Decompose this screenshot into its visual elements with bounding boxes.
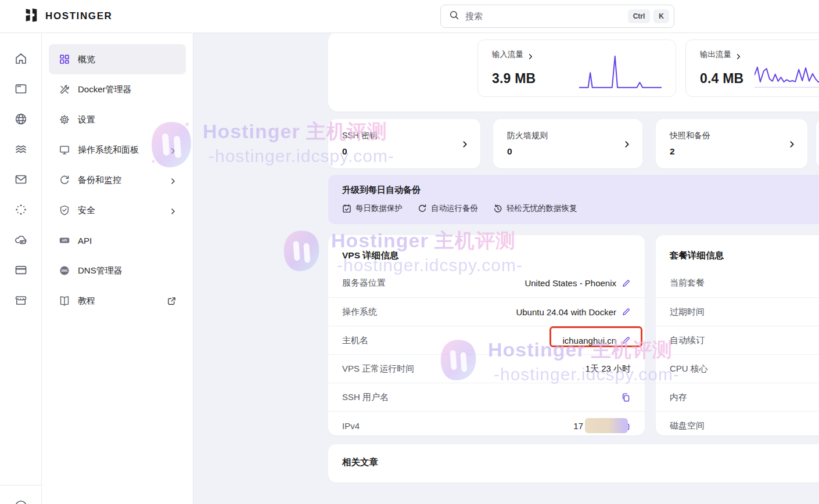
history-restore-icon (493, 204, 502, 213)
detail-row-hostname: 主机名 ichuanghui.cn (328, 326, 645, 354)
snapshots-backups-card[interactable]: 快照和备份 2 (656, 119, 807, 168)
sidebar-item-label: 设置 (78, 114, 177, 125)
plan-row-auto-renew: 自动续订 (656, 326, 819, 354)
plan-details-card: 套餐详细信息 当前套餐 过期时间 自动续订 CPU 核心 内存 磁盘 (656, 235, 819, 435)
detail-row-uptime: VPS 正常运行时间 1天 23 小时 (328, 354, 645, 383)
sidebar-item-security[interactable]: 安全 (49, 195, 186, 225)
kbd-k: K (653, 9, 669, 23)
external-link-icon (167, 296, 177, 306)
banner-feature-label: 轻松无忧的数据恢复 (507, 203, 577, 214)
cloud-server-icon[interactable] (14, 233, 28, 247)
search-placeholder: 搜索 (465, 11, 624, 22)
refresh-icon (59, 174, 70, 186)
dots-spinner-icon[interactable] (14, 203, 28, 217)
banner-title: 升级到每日自动备份 (342, 185, 819, 196)
detail-row-os: 操作系统 Ubuntu 24.04 with Docker (328, 297, 645, 326)
dns-badge-icon: DNS (59, 265, 70, 276)
hostname-value: ichuanghui.cn (562, 336, 616, 345)
brand-name: HOSTINGER (45, 10, 112, 22)
chevron-right-icon (461, 140, 469, 147)
plan-row-expiry: 过期时间 (656, 297, 819, 326)
sidebar-item-overview[interactable]: 概览 (49, 44, 186, 74)
ssh-keys-count: 0 (342, 146, 466, 157)
related-articles-title: 相关文章 (328, 444, 819, 469)
auto-renew-icon (418, 204, 427, 213)
plan-details-title: 套餐详细信息 (656, 235, 819, 262)
card-label: 输出流量 (700, 49, 731, 60)
waves-icon[interactable] (14, 142, 28, 156)
main-content: 输入流量 3.9 MB 输出流量 0.4 MB (193, 33, 819, 504)
sidebar: 概览 Docker管理器 设置 (42, 33, 193, 504)
hostinger-vps-dashboard: HOSTINGER 搜索 Ctrl K (0, 0, 819, 504)
banner-feature-label: 每日数据保护 (355, 203, 403, 214)
home-icon[interactable] (14, 52, 28, 66)
card-label: 快照和备份 (670, 131, 793, 141)
email-icon[interactable] (14, 172, 28, 186)
firewall-rules-count: 0 (507, 146, 628, 157)
api-badge-icon: API (59, 235, 70, 246)
globe-icon[interactable] (14, 112, 28, 126)
tools-icon (59, 84, 70, 95)
browser-window-icon[interactable] (14, 82, 28, 96)
sidebar-item-label: API (78, 236, 177, 246)
ssh-keys-card[interactable]: SSH 密钥 0 (328, 119, 480, 168)
edit-pencil-icon[interactable] (622, 307, 631, 316)
svg-text:API: API (62, 239, 67, 242)
storefront-icon[interactable] (14, 293, 28, 307)
sidebar-item-label: DNS管理器 (78, 265, 177, 276)
chevron-right-icon (623, 140, 631, 147)
sidebar-item-tutorials[interactable]: 教程 (49, 286, 186, 316)
plan-row-disk-space: 磁盘空间 (656, 411, 819, 440)
vps-details-title: VPS 详细信息 (328, 235, 645, 262)
plan-row-cpu-cores: CPU 核心 (656, 354, 819, 383)
hostinger-logo-icon (23, 7, 39, 26)
sidebar-item-label: 教程 (78, 296, 167, 307)
detail-row-ipv4: IPv4 17 (328, 411, 645, 440)
chevron-right-icon (170, 146, 177, 153)
firewall-rules-card[interactable]: 防火墙规则 0 (493, 119, 642, 168)
banner-feature: 每日数据保护 (342, 203, 403, 214)
ipv4-value: 17 (573, 421, 583, 431)
sidebar-item-label: 安全 (78, 205, 170, 216)
shield-check-icon (59, 204, 70, 216)
sidebar-item-label: 备份和监控 (78, 175, 170, 186)
server-location-value: United States - Phoenix (525, 278, 616, 288)
chevron-right-icon (735, 52, 742, 58)
kbd-ctrl: Ctrl (628, 9, 651, 23)
sidebar-item-settings[interactable]: 设置 (49, 105, 186, 135)
edit-pencil-icon[interactable] (622, 336, 631, 345)
incoming-traffic-card[interactable]: 输入流量 3.9 MB (477, 39, 676, 97)
sidebar-item-os-panel[interactable]: 操作系统和面板 (49, 135, 186, 165)
detail-row-ssh-username: SSH 用户名 (328, 383, 645, 411)
card-label: 输入流量 (492, 49, 523, 60)
vps-details-card: VPS 详细信息 服务器位置 United States - Phoenix 操… (328, 235, 645, 435)
chevron-right-icon (170, 207, 177, 214)
copy-icon[interactable] (621, 393, 631, 402)
plan-row-memory: 内存 (656, 383, 819, 411)
upgrade-backup-banner: 升级到每日自动备份 每日数据保护 自动运 (328, 175, 819, 224)
book-icon (59, 295, 70, 307)
outgoing-traffic-sparkline (755, 64, 819, 88)
partial-card (816, 119, 819, 168)
sidebar-item-backup-monitoring[interactable]: 备份和监控 (49, 165, 186, 195)
edit-pencil-icon[interactable] (622, 279, 631, 288)
sidebar-item-dns-manager[interactable]: DNS DNS管理器 (49, 255, 186, 286)
sidebar-item-docker-manager[interactable]: Docker管理器 (49, 74, 186, 105)
grid-icon (59, 53, 70, 65)
bottom-partial-icon[interactable] (14, 498, 28, 504)
related-articles-card: 相关文章 (328, 444, 819, 483)
sidebar-item-label: 操作系统和面板 (78, 145, 170, 156)
chevron-right-icon (527, 52, 534, 58)
search-input[interactable]: 搜索 Ctrl K (440, 5, 674, 28)
topbar: HOSTINGER 搜索 Ctrl K (0, 0, 819, 33)
outgoing-traffic-card[interactable]: 输出流量 0.4 MB (685, 39, 819, 97)
brand[interactable]: HOSTINGER (23, 0, 112, 33)
billing-card-icon[interactable] (14, 263, 28, 277)
sidebar-item-api[interactable]: API API (49, 225, 186, 255)
usage-stats-section: 输入流量 3.9 MB 输出流量 0.4 MB (328, 33, 819, 111)
os-value: Ubuntu 24.04 with Docker (516, 307, 616, 317)
incoming-traffic-sparkline (579, 54, 662, 90)
chevron-right-icon (170, 177, 177, 183)
uptime-value: 1天 23 小时 (585, 363, 631, 375)
snapshots-count: 2 (670, 146, 793, 157)
